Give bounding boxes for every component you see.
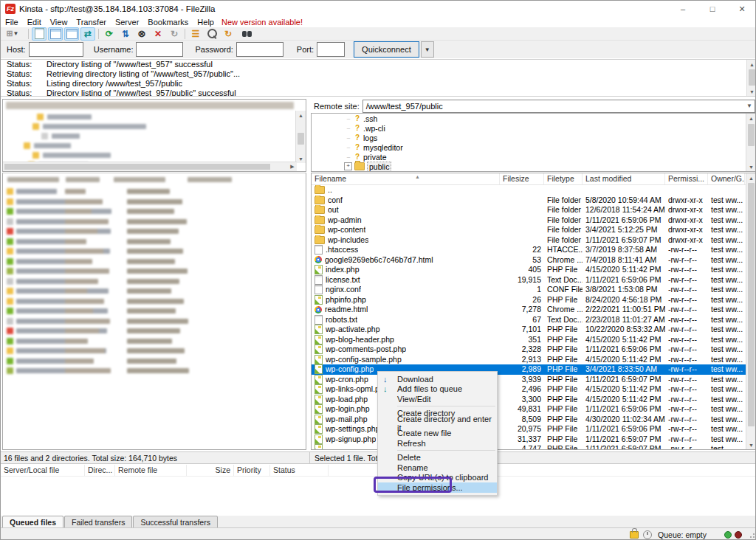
port-input[interactable]	[317, 42, 345, 57]
sync-browsing-icon[interactable]: ↻	[221, 27, 236, 41]
menu-item-transfer[interactable]: Transfer	[72, 18, 111, 27]
file-row[interactable]: wp-includesFile folder1/11/2021 6:59:07 …	[312, 235, 755, 246]
context-menu-item-create-directory-and-enter-it[interactable]: Create directory and enter it	[378, 418, 497, 429]
menu-item-edit[interactable]: Edit	[23, 18, 46, 27]
quickconnect-button[interactable]: Quickconnect	[354, 41, 419, 58]
disconnect-icon[interactable]: ✕	[151, 27, 165, 41]
context-menu-item-create-new-file[interactable]: Create new file	[378, 429, 497, 439]
file-row[interactable]: readme.html7,278Chrome ...2/22/2021 11:0…	[312, 305, 755, 315]
file-row[interactable]: wp-activate.php7,101PHP File10/22/2020 8…	[312, 325, 755, 335]
file-row[interactable]: wp-comments-post.php2,328PHP File1/11/20…	[312, 345, 755, 355]
remote-path-combobox[interactable]: /www/test_957/public ▼	[362, 100, 755, 113]
file-row[interactable]: wp-config-sample.php2,913PHP File4/15/20…	[312, 355, 755, 365]
remote-tree-item[interactable]: –?mysqleditor	[312, 142, 755, 152]
remote-tree-item[interactable]: –?private	[312, 152, 755, 162]
context-menu-item-download[interactable]: Download↓	[378, 374, 497, 384]
toggle-log-icon[interactable]	[32, 27, 47, 41]
new-version-notice[interactable]: New version available!	[219, 18, 303, 27]
file-row[interactable]: nginx.conf1CONF File3/8/2021 1:53:08 PM-…	[312, 285, 755, 295]
local-tree-vscrollbar[interactable]: ▲ ▼	[295, 111, 306, 163]
file-row[interactable]: phpinfo.php26PHP File8/24/2020 4:56:18 P…	[312, 295, 755, 305]
username-input[interactable]	[136, 42, 183, 57]
context-menu-item-rename[interactable]: Rename	[378, 463, 497, 473]
file-row[interactable]: ..	[312, 185, 755, 195]
password-input[interactable]	[236, 42, 284, 57]
file-row[interactable]: robots.txt67Text Doc...2/23/2018 11:01:2…	[312, 315, 755, 325]
refresh-icon[interactable]: ⟳	[102, 27, 117, 41]
blurred-text	[127, 299, 184, 304]
queue-column-size[interactable]: Size	[187, 465, 234, 476]
file-row[interactable]: license.txt19,915Text Doc...1/11/2021 6:…	[312, 275, 755, 285]
minimize-button[interactable]: –	[668, 1, 698, 17]
site-manager-icon[interactable]: ⊞▼	[1, 27, 25, 41]
toggle-remote-tree-icon[interactable]	[64, 27, 79, 41]
filter-icon[interactable]: ☰	[188, 27, 203, 41]
tab-failed-transfers[interactable]: Failed transfers	[64, 516, 132, 528]
remote-tree-scrollbar[interactable]: ▲ ▼	[746, 114, 755, 171]
maximize-button[interactable]: □	[698, 1, 727, 17]
file-name: wp-mail.php	[326, 415, 368, 425]
local-tree-hscrollbar[interactable]: ▶	[3, 162, 297, 171]
context-menu-item-file-permissions---[interactable]: File permissions...	[378, 482, 497, 493]
file-modified: 4/15/2020 5:11:42 PM	[583, 355, 665, 365]
context-menu-item-add-files-to-queue[interactable]: Add files to queue↓	[378, 384, 497, 395]
file-list-header[interactable]: ▲FilenameFilesizeFiletypeLast modifiedPe…	[312, 173, 755, 185]
column-header-ownerg[interactable]: Owner/G...	[708, 173, 745, 184]
resize-grip[interactable]	[748, 531, 755, 539]
tree-expand-icon[interactable]: +	[344, 162, 352, 170]
column-header-lastmodified[interactable]: Last modified	[583, 173, 665, 184]
process-queue-icon[interactable]: ⇅	[118, 27, 133, 41]
file-row[interactable]: wp-contentFile folder3/4/2021 5:12:25 PM…	[312, 225, 755, 235]
menu-item-view[interactable]: View	[46, 18, 72, 27]
context-menu-item-refresh[interactable]: Refresh	[378, 438, 497, 449]
file-row[interactable]: google9269eb6c7c46b7d7.html53Chrome ...7…	[312, 255, 755, 266]
column-header-filesize[interactable]: Filesize	[500, 173, 544, 184]
tab-successful-transfers[interactable]: Successful transfers	[133, 516, 218, 528]
menu-item-bookmarks[interactable]: Bookmarks	[143, 18, 193, 27]
file-row[interactable]: outFile folder12/6/2018 11:54:24 AMdrwxr…	[312, 205, 755, 215]
remote-tree-item[interactable]: –?.ssh	[312, 114, 755, 123]
local-file-list[interactable]	[2, 173, 306, 450]
remote-tree-panel[interactable]: –?.ssh–?.wp-cli–?logs–?mysqleditor–?priv…	[311, 113, 755, 172]
blurred-text	[16, 308, 108, 314]
remote-tree-item[interactable]: +public	[312, 162, 755, 171]
queue-column-serverlocalfile[interactable]: Server/Local file	[1, 465, 85, 476]
context-menu-item-delete[interactable]: Delete	[378, 453, 497, 463]
quickconnect-dropdown-icon[interactable]: ▼	[421, 41, 434, 58]
toggle-queue-icon[interactable]: ⇄	[80, 27, 95, 41]
tab-queued-files[interactable]: Queued files	[2, 516, 63, 528]
menu-item-server[interactable]: Server	[111, 18, 143, 27]
host-input[interactable]	[29, 42, 83, 57]
column-header-filename[interactable]: Filename	[312, 173, 500, 184]
remote-tree-item[interactable]: –?.wp-cli	[312, 123, 755, 133]
remote-list-scrollbar[interactable]: ▲ ▼	[746, 173, 755, 449]
toggle-local-tree-icon[interactable]	[48, 27, 63, 41]
log-scrollbar[interactable]: ▲ ▼	[746, 60, 756, 96]
file-row[interactable]: confFile folder5/8/2020 10:59:44 AMdrwxr…	[312, 195, 755, 206]
context-menu-item-copy-url-s--to-clipboard[interactable]: Copy URL(s) to clipboard	[378, 473, 497, 483]
file-row[interactable]: .htaccess22HTACCE...3/7/2019 8:37:58 AM-…	[312, 245, 755, 255]
compare-icon[interactable]	[205, 27, 219, 41]
column-header-permissi[interactable]: Permissi...	[665, 173, 708, 184]
menu-item-help[interactable]: Help	[193, 18, 219, 27]
remote-tree-item[interactable]: –?logs	[312, 133, 755, 142]
context-menu-item-view-edit[interactable]: View/Edit	[378, 394, 497, 404]
file-row[interactable]: wp-blog-header.php351PHP File4/15/2020 5…	[312, 335, 755, 345]
menu-item-file[interactable]: File	[1, 18, 23, 27]
column-header-filetype[interactable]: Filetype	[544, 173, 583, 184]
local-tree-panel[interactable]: ▲ ▼ ▶	[2, 99, 306, 172]
find-icon[interactable]	[237, 27, 252, 41]
queue-column-priority[interactable]: Priority	[234, 465, 270, 476]
download-arrow-icon: ↓	[383, 374, 388, 384]
close-button[interactable]: ✕	[727, 1, 756, 17]
blurred-file-row	[3, 306, 306, 316]
queue-column-direc[interactable]: Direc...	[85, 465, 115, 476]
cancel-icon[interactable]: ⊗	[134, 27, 149, 41]
file-row[interactable]: wp-adminFile folder1/11/2021 6:59:06 PMd…	[312, 215, 755, 226]
queue-column-status[interactable]: Status	[270, 465, 329, 476]
file-row[interactable]: index.php405PHP File4/15/2020 5:11:42 PM…	[312, 265, 755, 275]
file-name-cell: conf	[312, 195, 500, 206]
queue-column-remotefile[interactable]: Remote file	[115, 465, 187, 476]
reconnect-icon[interactable]: ↻	[167, 27, 182, 41]
chevron-down-icon[interactable]: ▼	[744, 103, 755, 109]
